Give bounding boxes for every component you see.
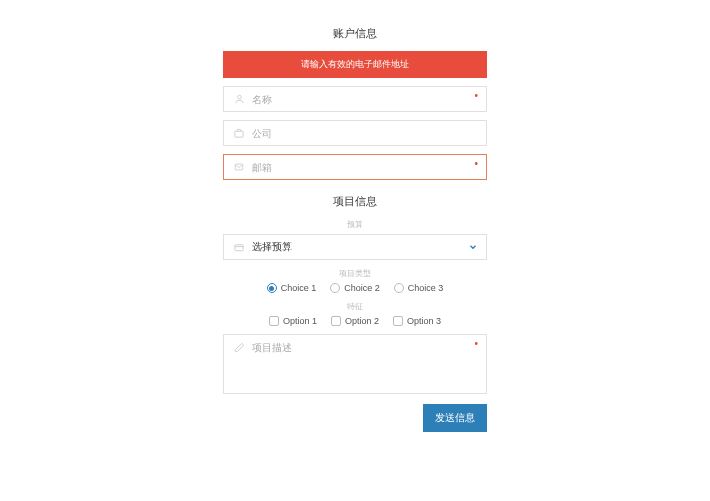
checkbox-icon (269, 316, 279, 326)
radio-icon (394, 283, 404, 293)
radio-icon (330, 283, 340, 293)
company-input-box[interactable] (223, 120, 487, 146)
budget-select[interactable]: 选择预算 (223, 234, 487, 260)
section-title-project: 项目信息 (223, 194, 487, 209)
radio-icon (267, 283, 277, 293)
budget-label: 预算 (223, 219, 487, 230)
error-alert: 请输入有效的电子邮件地址 (223, 51, 487, 78)
option-check-group: Option 1 Option 2 Option 3 (223, 316, 487, 326)
email-input[interactable] (252, 162, 478, 173)
svg-point-0 (237, 95, 241, 99)
choice-label: Choice 1 (281, 283, 317, 293)
pencil-icon (232, 341, 246, 387)
checkbox-icon (331, 316, 341, 326)
option-label: Option 2 (345, 316, 379, 326)
form-container: 账户信息 请输入有效的电子邮件地址 • • 项目信息 预算 (223, 0, 487, 432)
description-textarea[interactable] (252, 341, 478, 387)
feature-label: 特征 (223, 301, 487, 312)
option-label: Option 3 (407, 316, 441, 326)
company-input[interactable] (252, 128, 478, 139)
required-dot: • (474, 91, 478, 101)
button-row: 发送信息 (223, 404, 487, 432)
section-title-account: 账户信息 (223, 26, 487, 41)
choice-radio-group: Choice 1 Choice 2 Choice 3 (223, 283, 487, 293)
choice-label: Choice 3 (408, 283, 444, 293)
email-input-box[interactable]: • (223, 154, 487, 180)
user-icon (232, 93, 246, 105)
required-dot: • (474, 339, 478, 349)
briefcase-icon (232, 128, 246, 139)
choice-2[interactable]: Choice 2 (330, 283, 380, 293)
name-input[interactable] (252, 94, 478, 105)
choice-label: Choice 2 (344, 283, 380, 293)
budget-select-text: 选择预算 (252, 240, 468, 254)
mail-icon (232, 162, 246, 172)
checkbox-icon (393, 316, 403, 326)
name-field: • (223, 86, 487, 112)
company-field (223, 120, 487, 146)
svg-rect-1 (235, 131, 243, 137)
description-box[interactable]: • (223, 334, 487, 394)
name-input-box[interactable]: • (223, 86, 487, 112)
type-label: 项目类型 (223, 268, 487, 279)
email-field: • (223, 154, 487, 180)
chevron-down-icon (468, 242, 478, 252)
svg-rect-3 (235, 244, 243, 250)
choice-1[interactable]: Choice 1 (267, 283, 317, 293)
required-dot: • (474, 159, 478, 169)
option-label: Option 1 (283, 316, 317, 326)
submit-button[interactable]: 发送信息 (423, 404, 487, 432)
choice-3[interactable]: Choice 3 (394, 283, 444, 293)
wallet-icon (232, 242, 246, 253)
option-3[interactable]: Option 3 (393, 316, 441, 326)
option-2[interactable]: Option 2 (331, 316, 379, 326)
option-1[interactable]: Option 1 (269, 316, 317, 326)
